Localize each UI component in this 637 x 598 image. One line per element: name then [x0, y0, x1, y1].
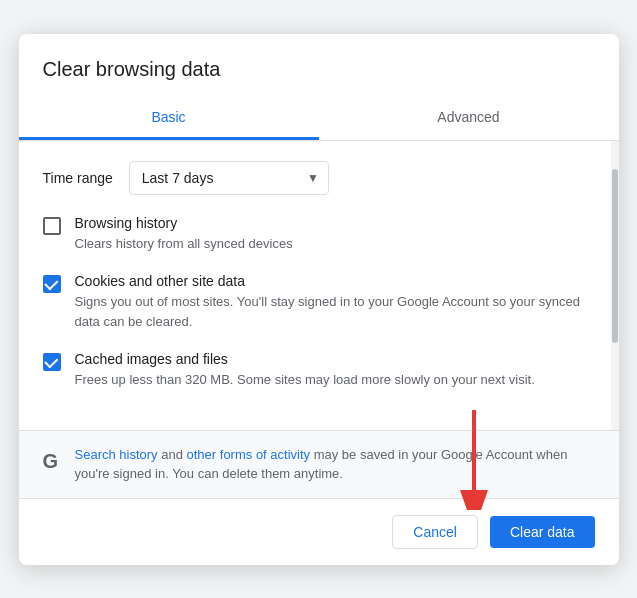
dialog-title: Clear browsing data: [19, 34, 619, 81]
browsing-history-desc: Clears history from all synced devices: [75, 234, 595, 254]
cookies-desc: Signs you out of most sites. You'll stay…: [75, 292, 595, 331]
cookies-title: Cookies and other site data: [75, 273, 595, 289]
cancel-button[interactable]: Cancel: [392, 515, 478, 549]
time-range-label: Time range: [43, 170, 113, 186]
dialog-footer: Cancel Clear data: [19, 498, 619, 565]
browsing-history-text: Browsing history Clears history from all…: [75, 215, 595, 254]
tab-basic[interactable]: Basic: [19, 97, 319, 140]
browsing-history-item: Browsing history Clears history from all…: [43, 215, 595, 254]
cached-title: Cached images and files: [75, 351, 595, 367]
browsing-history-title: Browsing history: [75, 215, 595, 231]
time-range-select[interactable]: Last hour Last 24 hours Last 7 days Last…: [129, 161, 329, 195]
search-history-link[interactable]: Search history: [75, 447, 158, 462]
info-banner-text: Search history and other forms of activi…: [75, 445, 595, 484]
cached-desc: Frees up less than 320 MB. Some sites ma…: [75, 370, 595, 390]
cached-text: Cached images and files Frees up less th…: [75, 351, 595, 390]
time-range-select-wrapper: Last hour Last 24 hours Last 7 days Last…: [129, 161, 329, 195]
cookies-checkbox[interactable]: [43, 275, 61, 293]
scrollbar-thumb[interactable]: [612, 169, 618, 342]
cached-item: Cached images and files Frees up less th…: [43, 351, 595, 390]
time-range-row: Time range Last hour Last 24 hours Last …: [43, 161, 595, 195]
browsing-history-checkbox[interactable]: [43, 217, 61, 235]
info-banner: G Search history and other forms of acti…: [19, 430, 619, 498]
cookies-item: Cookies and other site data Signs you ou…: [43, 273, 595, 331]
clear-data-button[interactable]: Clear data: [490, 516, 595, 548]
google-g-icon: G: [43, 446, 63, 476]
clear-browsing-data-dialog: Clear browsing data Basic Advanced Time …: [19, 34, 619, 565]
dialog-body: Time range Last hour Last 24 hours Last …: [19, 141, 619, 430]
cookies-text: Cookies and other site data Signs you ou…: [75, 273, 595, 331]
tab-advanced[interactable]: Advanced: [319, 97, 619, 140]
cached-checkbox[interactable]: [43, 353, 61, 371]
scrollbar-track[interactable]: [611, 141, 619, 430]
other-activity-link[interactable]: other forms of activity: [187, 447, 311, 462]
tab-bar: Basic Advanced: [19, 97, 619, 141]
